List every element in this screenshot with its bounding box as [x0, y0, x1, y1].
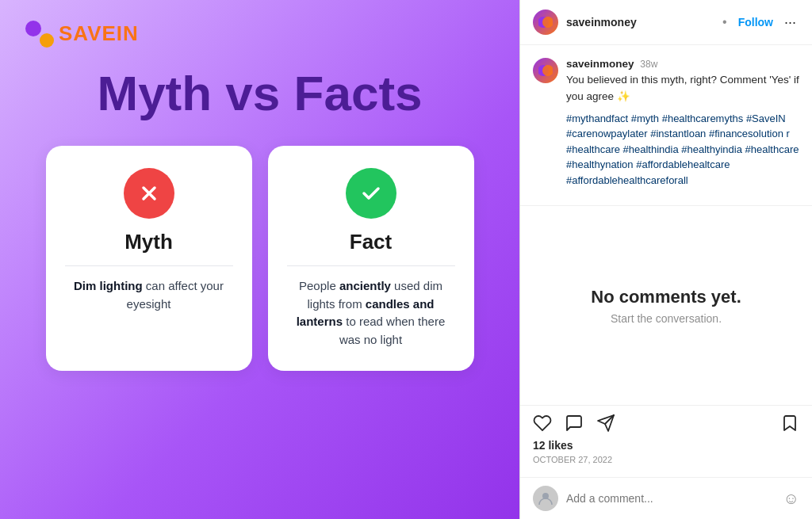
post-time: 38w — [640, 59, 657, 70]
logo-bubble-purple — [25, 21, 41, 36]
post-content: saveinmoney 38w You believed in this myt… — [520, 45, 812, 206]
bookmark-button[interactable] — [780, 414, 799, 433]
myth-card: Myth Dim lighting can affect your eyesig… — [46, 146, 252, 371]
logo-area: SAVEIN — [25, 19, 139, 48]
post-image-panel: SAVEIN Myth vs Facts Myth Dim lighting c… — [0, 0, 519, 519]
no-comments-section: No comments yet. Start the conversation. — [520, 206, 812, 405]
no-comments-subtitle: Start the conversation. — [611, 312, 722, 325]
bookmark-icon — [780, 414, 799, 433]
follow-button[interactable]: Follow — [738, 16, 773, 29]
cards-container: Myth Dim lighting can affect your eyesig… — [25, 146, 494, 371]
myth-card-text: Dim lighting can affect your eyesight — [65, 277, 233, 313]
like-button[interactable] — [533, 414, 552, 433]
post-avatar-icon — [538, 63, 553, 78]
x-icon — [137, 181, 161, 205]
post-header: saveinmoney • Follow ··· — [520, 0, 812, 45]
heart-icon — [533, 414, 552, 433]
more-options-button[interactable]: ··· — [781, 14, 799, 31]
share-icon — [596, 414, 615, 433]
post-actions: 12 likes OCTOBER 27, 2022 — [520, 405, 812, 477]
logo-text: SAVEIN — [59, 21, 139, 46]
post-username: saveinmoney — [566, 58, 634, 70]
comment-icon — [565, 414, 584, 433]
no-comments-title: No comments yet. — [591, 287, 741, 307]
post-avatar — [533, 58, 558, 83]
post-caption: saveinmoney 38w You believed in this myt… — [566, 56, 799, 105]
header-avatar-icon — [538, 15, 553, 29]
header-dot: • — [722, 15, 727, 29]
logo-bubble-yellow — [40, 33, 54, 48]
comment-avatar — [533, 486, 558, 511]
post-text-block: saveinmoney 38w You believed in this myt… — [566, 56, 799, 188]
post-hashtags: #mythandfact #myth #healthcaremyths #Sav… — [566, 111, 799, 189]
share-button[interactable] — [596, 414, 615, 433]
fact-card-text: People anciently used dim lights from ca… — [287, 277, 455, 349]
comment-user-avatar-icon — [537, 490, 554, 507]
myth-card-divider — [65, 265, 233, 266]
header-username: saveinmoney — [566, 16, 711, 29]
action-icons-row — [533, 414, 799, 433]
fact-card-divider — [287, 265, 455, 266]
fact-card-title: Fact — [350, 230, 392, 254]
emoji-button[interactable]: ☺ — [783, 490, 799, 508]
logo-icon — [25, 19, 54, 48]
post-user-row: saveinmoney 38w You believed in this myt… — [533, 56, 799, 188]
header-avatar — [533, 10, 558, 35]
post-date: OCTOBER 27, 2022 — [533, 455, 799, 464]
main-title: Myth vs Facts — [97, 67, 422, 120]
likes-count: 12 likes — [533, 439, 799, 452]
comment-button[interactable] — [565, 414, 584, 433]
myth-card-title: Myth — [124, 230, 173, 254]
post-caption-text: You believed in this myth, right? Commen… — [566, 74, 799, 101]
myth-icon-circle — [124, 168, 174, 219]
check-icon — [359, 181, 383, 205]
fact-icon-circle — [346, 168, 396, 219]
comment-input-area: ☺ — [520, 477, 812, 519]
fact-card: Fact People anciently used dim lights fr… — [268, 146, 474, 371]
right-panel: saveinmoney • Follow ··· saveinmoney 38w… — [519, 0, 812, 519]
comment-input[interactable] — [566, 492, 776, 505]
